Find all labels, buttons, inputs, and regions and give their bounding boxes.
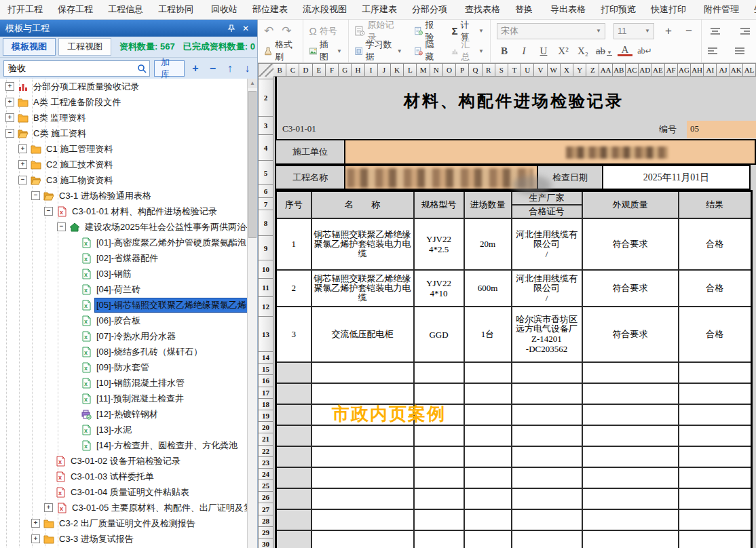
maker-cert-cell[interactable]: 河北佳用线缆有限公司/	[512, 270, 582, 307]
bold-button[interactable]: B	[497, 45, 512, 57]
wrap-text-button[interactable]: ab↵	[637, 46, 652, 56]
scroll-up-icon[interactable]: ▲	[248, 79, 257, 88]
row-header[interactable]: 16	[258, 375, 273, 387]
tree-item[interactable]: xC3-01-04 质量证明文件粘贴表	[0, 484, 257, 500]
row-header[interactable]: 15	[258, 364, 273, 375]
menu-item[interactable]: 分部分项	[404, 3, 455, 16]
column-header[interactable]: I	[365, 63, 378, 77]
column-header[interactable]: AF	[665, 63, 678, 77]
remove-icon[interactable]: −	[206, 62, 219, 75]
empty-cell[interactable]	[464, 467, 512, 488]
tree-item[interactable]: x[10]-钢筋混凝土排水管	[0, 375, 257, 391]
empty-cell[interactable]	[679, 362, 752, 383]
th-seq[interactable]: 序号	[276, 191, 311, 219]
sheet-corner-cell[interactable]	[258, 63, 275, 78]
tree-item[interactable]: −C3 施工物资资料	[0, 172, 257, 188]
maker-cert-cell[interactable]: 河北佳用线缆有限公司/	[512, 218, 582, 270]
empty-cell[interactable]	[679, 383, 752, 404]
expand-icon[interactable]: +	[5, 113, 14, 122]
column-header[interactable]: W	[548, 63, 561, 77]
empty-cell[interactable]	[276, 362, 311, 383]
maker-cert-cell[interactable]: 哈尔滨市香坊区远方电气设备厂Z-14201 -DC203562	[512, 307, 582, 362]
empty-cell[interactable]	[464, 425, 512, 446]
empty-cell[interactable]	[311, 467, 414, 488]
empty-cell[interactable]	[679, 446, 752, 467]
empty-cell[interactable]	[512, 425, 582, 446]
expand-icon[interactable]: +	[18, 144, 27, 153]
tree-item[interactable]: +分部分项工程质量验收记录	[0, 79, 257, 94]
tree-item[interactable]: −建设农场2025年社会公益性事务两供两治-	[0, 219, 257, 235]
expand-icon[interactable]: +	[5, 98, 14, 106]
qty-cell[interactable]: 600m	[464, 270, 512, 307]
row-header[interactable]: 18	[258, 399, 273, 410]
menu-item[interactable]: 快速打印	[643, 3, 694, 16]
column-header[interactable]: N	[430, 63, 443, 77]
menu-item[interactable]: 替换	[508, 3, 540, 16]
empty-cell[interactable]	[276, 446, 311, 467]
column-header[interactable]: P	[456, 63, 469, 77]
collapse-icon[interactable]: −	[18, 176, 27, 184]
menu-item[interactable]: 导出表格	[543, 3, 593, 16]
tree-item[interactable]: x[04]-荷兰砖	[0, 281, 257, 297]
form-code[interactable]: C3-01-01	[282, 123, 316, 134]
column-header[interactable]: AC	[626, 63, 639, 77]
column-header[interactable]: AD	[639, 63, 651, 77]
empty-cell[interactable]	[582, 530, 679, 548]
column-header[interactable]: AI	[704, 63, 717, 77]
empty-cell[interactable]	[679, 425, 752, 446]
tree-item[interactable]: x[01]-高密度聚乙烯外护管硬质聚氨酯泡	[0, 235, 257, 250]
expand-icon[interactable]: +	[31, 534, 40, 543]
tree-item[interactable]: [12]-热镀锌钢材	[0, 406, 257, 422]
empty-cell[interactable]	[464, 446, 512, 467]
expand-icon[interactable]: +	[5, 82, 14, 91]
seq-cell[interactable]: 3	[276, 307, 311, 362]
empty-cell[interactable]	[582, 446, 679, 467]
row-header[interactable]: 30	[258, 539, 273, 548]
spec-cell[interactable]: YJV22 4*10	[414, 270, 464, 307]
column-header[interactable]: V	[534, 63, 547, 77]
empty-cell[interactable]	[414, 383, 464, 404]
row-header[interactable]: 2	[258, 79, 273, 117]
column-header[interactable]: S	[495, 63, 508, 77]
expand-icon[interactable]: +	[44, 503, 53, 512]
column-header[interactable]: AA	[599, 63, 612, 77]
th-cert[interactable]: 合格证号	[512, 205, 582, 218]
tree-item[interactable]: x[07]-冷热水用分水器	[0, 328, 257, 344]
column-header[interactable]: AL	[743, 63, 756, 77]
row-header[interactable]: 28	[258, 515, 273, 527]
tab-template-view[interactable]: 模板视图	[3, 38, 56, 56]
result-cell[interactable]: 合格	[679, 270, 752, 307]
empty-cell[interactable]	[679, 488, 752, 509]
menu-item[interactable]: 回收站	[204, 3, 245, 16]
tree-item[interactable]: x[02]-省煤器配件	[0, 250, 257, 266]
empty-cell[interactable]	[512, 446, 582, 467]
column-header[interactable]: Q	[469, 63, 482, 77]
empty-cell[interactable]	[311, 488, 414, 509]
empty-cell[interactable]	[679, 509, 752, 530]
tree-item[interactable]: x[06]-胶合板	[0, 313, 257, 328]
empty-cell[interactable]	[512, 362, 582, 383]
tree-item[interactable]: −C3-1 进场检验通用表格	[0, 188, 257, 203]
tree-scrollbar[interactable]: ▲	[247, 79, 257, 548]
column-header[interactable]: O	[443, 63, 456, 77]
font-size-select[interactable]: 11▼	[613, 23, 654, 39]
empty-cell[interactable]	[276, 509, 311, 530]
collapse-icon[interactable]: −	[44, 207, 53, 216]
row-header[interactable]: 6	[258, 185, 273, 198]
tree-item[interactable]: +B类 监理资料	[0, 110, 257, 125]
column-header[interactable]: AJ	[717, 63, 730, 77]
font-color-button[interactable]: A	[618, 45, 632, 56]
inspection-date-value[interactable]: 2025年11月01日	[603, 166, 749, 189]
summary-button[interactable]: 汇总▼	[451, 39, 484, 63]
superscript-button[interactable]: X²	[556, 45, 571, 57]
empty-cell[interactable]	[464, 383, 512, 404]
row-header[interactable]: 26	[258, 492, 273, 503]
decrease-font-icon[interactable]: −	[683, 24, 695, 38]
name-cell[interactable]: 铜芯辐照交联聚乙烯绝缘聚氯乙烯护套铠装电力电缆	[311, 218, 414, 270]
align-left-icon[interactable]	[708, 45, 723, 56]
empty-cell[interactable]	[464, 488, 512, 509]
th-appearance[interactable]: 外观质量	[582, 191, 679, 219]
name-cell[interactable]: 交流低压配电柜	[311, 307, 414, 362]
empty-cell[interactable]	[414, 467, 464, 488]
column-header[interactable]: Y	[573, 63, 586, 77]
